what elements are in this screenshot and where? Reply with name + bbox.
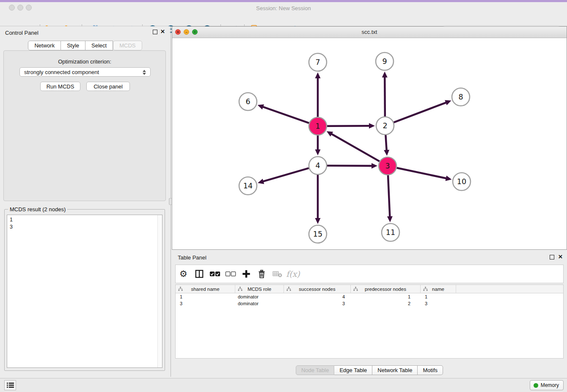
graph-node-label-2: 2 (383, 121, 387, 130)
control-panel-close-icon[interactable]: ✕ (160, 28, 165, 35)
column-header-successor-nodes[interactable]: successor nodes (284, 285, 351, 293)
node-table: shared nameMCDS rolesuccessor nodesprede… (175, 284, 564, 359)
graph-edge-1-2[interactable] (327, 126, 370, 126)
graph-edge-3-1[interactable] (331, 134, 380, 161)
graph-node-label-9: 9 (382, 57, 387, 66)
control-panel-float-icon[interactable] (153, 30, 157, 34)
mcds-result-textarea[interactable]: 1 3 (7, 215, 162, 368)
column-header-shared-name[interactable]: shared name (176, 285, 235, 293)
graph-node-label-1: 1 (315, 122, 320, 130)
task-history-list-icon[interactable] (4, 380, 16, 390)
table-cell-name: 3 (421, 300, 456, 307)
main-toolbar (0, 11, 567, 26)
tab-style[interactable]: Style (61, 41, 85, 50)
graph-edge-2-9[interactable] (385, 77, 385, 116)
optimization-criterion-value: strongly connected component (24, 69, 99, 75)
graph-edge-arrowhead (258, 179, 264, 184)
network-title: scc.txt (172, 27, 567, 38)
table-panel: Table Panel ✕ ⚙ f(x) (172, 252, 567, 377)
table-cell-shared-name: 1 (176, 293, 235, 300)
table-panel-close-icon[interactable]: ✕ (558, 254, 563, 260)
select-all-rows-icon[interactable] (207, 266, 223, 282)
graph-edge-2-3[interactable] (385, 135, 386, 151)
table-cell-predecessor-nodes: 1 (351, 293, 421, 300)
network-window: ✕ – + scc.txt 7968124314101511 (172, 26, 567, 250)
tab-network-table[interactable]: Network Table (372, 365, 418, 375)
table-panel-float-icon[interactable] (550, 255, 554, 259)
control-panel-tabs: NetworkStyleSelectMCDS (0, 41, 170, 50)
mcds-panel: Optimization criterion: strongly connect… (3, 50, 166, 201)
select-stepper-icon (142, 69, 147, 76)
graph-node-label-3: 3 (385, 162, 390, 170)
table-cell-successor-nodes: 4 (284, 293, 351, 300)
table-row[interactable]: 3dominator323 (176, 300, 563, 307)
graph-node-label-11: 11 (386, 228, 395, 237)
graph-node-label-8: 8 (458, 93, 463, 101)
tab-mcds[interactable]: MCDS (113, 41, 142, 50)
graph-node-label-14: 14 (243, 182, 253, 190)
window-titlebar: Session: New Session (0, 2, 567, 11)
status-bar: Memory (0, 378, 567, 392)
close-panel-button[interactable]: Close panel (86, 82, 130, 91)
node-table-header: shared nameMCDS rolesuccessor nodesprede… (176, 285, 563, 293)
table-cell-mcds-role: dominator (235, 300, 284, 307)
table-row[interactable]: 1dominator411 (176, 293, 563, 300)
control-panel-title: Control Panel (5, 30, 39, 36)
memory-button[interactable]: Memory (530, 380, 564, 390)
graph-node-label-6: 6 (245, 97, 250, 106)
control-panel: Control Panel ✕ NetworkStyleSelectMCDS O… (0, 26, 170, 372)
table-panel-tabs: Node TableEdge TableNetwork TableMotifs (172, 365, 567, 375)
graph-edge-4-3[interactable] (327, 166, 372, 166)
graph-edge-arrowhead (384, 150, 389, 156)
table-cell-mcds-role: dominator (235, 293, 284, 300)
tab-edge-table[interactable]: Edge Table (334, 365, 372, 375)
graph-edge-2-8[interactable] (394, 102, 447, 122)
tab-select[interactable]: Select (85, 41, 113, 50)
graph-edge-arrowhead (387, 216, 393, 222)
delete-table-icon-disabled (270, 266, 285, 282)
tab-node-table[interactable]: Node Table (296, 365, 335, 375)
graph-edge-arrowhead (382, 72, 388, 77)
graph-edge-arrowhead (315, 218, 321, 224)
add-column-icon[interactable] (238, 266, 254, 282)
table-panel-title: Table Panel (178, 254, 206, 261)
network-canvas[interactable]: 7968124314101511 (172, 38, 567, 249)
graph-edge-arrowhead (369, 123, 375, 129)
column-header-predecessor-nodes[interactable]: predecessor nodes (351, 285, 421, 293)
graph-node-label-4: 4 (315, 161, 320, 170)
graph-edge-3-10[interactable] (397, 168, 447, 179)
column-header-mcds-role[interactable]: MCDS role (235, 285, 284, 293)
graph-edge-arrowhead (445, 100, 451, 105)
delete-column-trash-icon[interactable] (254, 266, 270, 282)
column-header-name[interactable]: name (421, 285, 456, 293)
show-column-selector-icon[interactable] (191, 266, 207, 282)
application-window: Session: New Session (0, 0, 567, 392)
tab-network[interactable]: Network (28, 41, 61, 50)
graph-edge-arrowhead (315, 149, 321, 155)
table-settings-gear-icon[interactable]: ⚙ (176, 266, 191, 282)
graph-node-label-7: 7 (315, 58, 320, 66)
tab-motifs[interactable]: Motifs (418, 365, 443, 375)
graph-edge-4-14[interactable] (263, 168, 309, 182)
mcds-result-groupbox: MCDS result (2 nodes) 1 3 (4, 209, 165, 371)
graph-edge-arrowhead (315, 72, 321, 78)
run-mcds-button[interactable]: Run MCDS (40, 82, 80, 91)
table-cell-successor-nodes: 3 (284, 300, 351, 307)
mcds-result-text: 1 3 (7, 215, 157, 367)
memory-status-dot (534, 383, 538, 388)
mcds-result-title: MCDS result (2 nodes) (8, 206, 67, 213)
mcds-result-scrollbar[interactable] (157, 215, 162, 367)
network-window-titlebar: ✕ – + scc.txt (172, 27, 567, 38)
memory-label: Memory (541, 382, 559, 388)
optimization-criterion-select[interactable]: strongly connected component (19, 67, 151, 77)
graph-node-label-10: 10 (457, 177, 466, 186)
table-cell-predecessor-nodes: 2 (351, 300, 421, 307)
table-cell-shared-name: 3 (176, 300, 235, 307)
function-builder-icon-disabled: f(x) (285, 266, 301, 282)
graph-edge-3-11[interactable] (388, 175, 390, 217)
deselect-all-rows-icon[interactable] (223, 266, 238, 282)
graph-edge-arrowhead (445, 176, 451, 181)
graph-edge-arrowhead (372, 163, 377, 168)
optimization-criterion-label: Optimization criterion: (4, 58, 165, 65)
graph-edge-1-6[interactable] (262, 107, 309, 123)
